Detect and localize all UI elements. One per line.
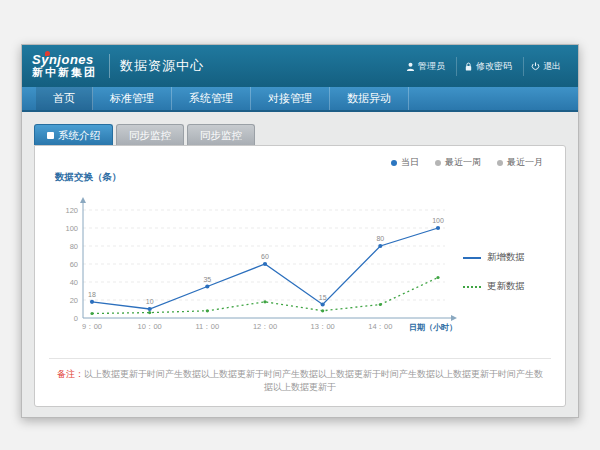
legend-updated-data: 更新数据	[463, 280, 547, 293]
svg-text:10：00: 10：00	[138, 322, 162, 331]
chart-row: 0204060801001209：0010：0011：0012：0013：001…	[49, 186, 551, 358]
svg-text:0: 0	[74, 314, 78, 323]
footnote-text: 以上数据更新于时间产生数据以上数据更新于时间产生数据以上数据更新于时间产生数据以…	[84, 369, 543, 392]
change-password-button[interactable]: 修改密码	[456, 57, 519, 76]
nav-item-integration-mgmt[interactable]: 对接管理	[251, 87, 330, 110]
exchange-line-chart-svg: 0204060801001209：0010：0011：0012：0013：001…	[49, 194, 459, 346]
filter-label: 当日	[401, 156, 419, 169]
filter-dot	[435, 160, 441, 166]
svg-text:13：00: 13：00	[311, 322, 335, 331]
filter-today[interactable]: 当日	[391, 156, 419, 169]
logo-subtext: 新中新集团	[32, 67, 97, 79]
svg-text:100: 100	[432, 217, 444, 224]
svg-text:100: 100	[65, 224, 78, 233]
svg-text:12：00: 12：00	[253, 322, 277, 331]
svg-text:20: 20	[70, 296, 78, 305]
main-nav: 首页 标准管理 系统管理 对接管理 数据异动	[22, 87, 578, 112]
nav-item-data-changes[interactable]: 数据异动	[330, 87, 409, 110]
svg-text:15: 15	[319, 294, 327, 301]
series-legend: 新增数据 更新数据	[459, 251, 547, 293]
tab-bar: 系统介绍 同步监控 同步监控	[34, 124, 566, 145]
tab-icon	[47, 132, 54, 139]
user-label: 管理员	[418, 60, 445, 73]
svg-text:11：00: 11：00	[196, 322, 220, 331]
svg-text:120: 120	[65, 206, 78, 215]
logo: Synjones 新中新集团	[32, 53, 97, 78]
tab-sync-monitor-2[interactable]: 同步监控	[187, 124, 255, 145]
header-divider	[109, 54, 110, 78]
filter-dot	[497, 160, 503, 166]
legend-line-sample	[463, 257, 481, 259]
user-icon	[406, 62, 415, 71]
svg-text:60: 60	[261, 253, 269, 260]
filter-label: 最近一周	[445, 156, 481, 169]
range-filters: 当日 最近一周 最近一月	[49, 154, 551, 169]
svg-text:40: 40	[70, 278, 78, 287]
logout-button[interactable]: 退出	[523, 57, 568, 76]
filter-label: 最近一月	[507, 156, 543, 169]
legend-line-sample	[463, 286, 481, 288]
footnote: 备注：以上数据更新于时间产生数据以上数据更新于时间产生数据以上数据更新于时间产生…	[49, 358, 551, 398]
line-chart: 0204060801001209：0010：0011：0012：0013：001…	[49, 194, 459, 350]
legend-label: 新增数据	[487, 251, 525, 264]
svg-text:9：00: 9：00	[82, 322, 102, 331]
user-button[interactable]: 管理员	[399, 57, 452, 76]
svg-text:18: 18	[88, 291, 96, 298]
svg-text:10: 10	[146, 298, 154, 305]
lock-icon	[464, 62, 473, 71]
legend-new-data: 新增数据	[463, 251, 547, 264]
svg-text:60: 60	[70, 260, 78, 269]
logout-label: 退出	[543, 60, 561, 73]
tab-label: 系统介绍	[58, 125, 100, 146]
logo-text: Synjones	[32, 53, 97, 67]
svg-text:35: 35	[203, 276, 211, 283]
power-icon	[531, 62, 540, 71]
nav-item-home[interactable]: 首页	[36, 87, 93, 110]
svg-text:80: 80	[70, 242, 78, 251]
filter-dot	[391, 160, 397, 166]
y-axis-title: 数据交换（条）	[55, 171, 551, 184]
svg-text:日期（小时）: 日期（小时）	[409, 323, 457, 332]
header-actions: 管理员 修改密码 退出	[399, 57, 568, 76]
filter-last-month[interactable]: 最近一月	[497, 156, 543, 169]
nav-item-standard-mgmt[interactable]: 标准管理	[93, 87, 172, 110]
tab-label: 同步监控	[200, 125, 242, 146]
chart-panel: 当日 最近一周 最近一月 数据交换（条） 0204060801001209：00…	[34, 145, 566, 407]
svg-text:14：00: 14：00	[368, 322, 392, 331]
legend-label: 更新数据	[487, 280, 525, 293]
header: Synjones 新中新集团 数据资源中心 管理员 修改密码 退出	[22, 45, 578, 87]
filter-last-week[interactable]: 最近一周	[435, 156, 481, 169]
page-title: 数据资源中心	[120, 57, 204, 75]
change-password-label: 修改密码	[476, 60, 512, 73]
content-area: 系统介绍 同步监控 同步监控 当日 最近一周	[22, 112, 578, 417]
tab-system-intro[interactable]: 系统介绍	[34, 124, 113, 145]
tab-label: 同步监控	[129, 125, 171, 146]
svg-text:80: 80	[376, 235, 384, 242]
footnote-label: 备注：	[57, 369, 84, 379]
app-window: Synjones 新中新集团 数据资源中心 管理员 修改密码 退出 首页 标准管…	[21, 44, 579, 418]
tab-sync-monitor-1[interactable]: 同步监控	[116, 124, 184, 145]
nav-item-system-mgmt[interactable]: 系统管理	[172, 87, 251, 110]
